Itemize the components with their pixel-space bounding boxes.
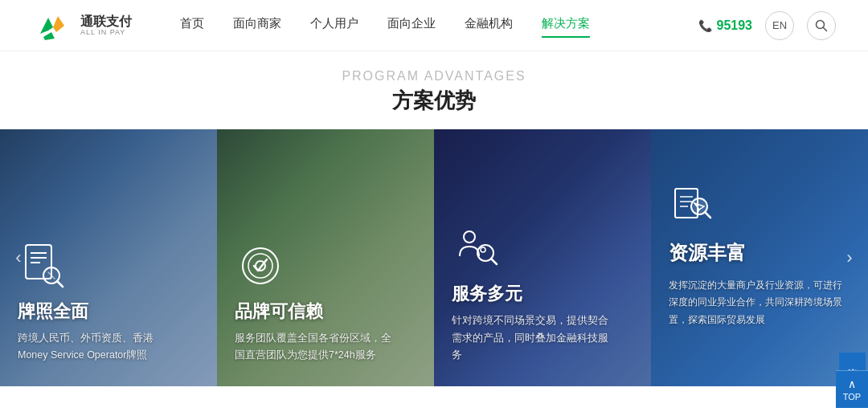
svg-marker-1 <box>53 16 64 32</box>
svg-line-5 <box>824 27 827 31</box>
logo-icon: 通联支付 <box>32 10 74 42</box>
phone-icon: 📞 <box>698 19 712 32</box>
card-3[interactable]: 服务多元 针对跨境不同场景交易，提供契合需求的产品，同时叠加金融科技服务 <box>434 129 651 386</box>
nav-personal[interactable]: 个人用户 <box>310 16 358 35</box>
svg-point-16 <box>464 231 475 243</box>
nav-finance[interactable]: 金融机构 <box>465 16 513 35</box>
section-title-zh: 方案优势 <box>0 87 868 115</box>
nav-merchant[interactable]: 面向商家 <box>233 16 281 35</box>
card-2[interactable]: 品牌可信赖 服务团队覆盖全国各省份区域，全国直营团队为您提供7*24h服务 <box>217 129 434 386</box>
svg-point-19 <box>481 247 485 252</box>
svg-marker-2 <box>43 32 55 40</box>
nav-solutions[interactable]: 解决方案 <box>542 16 590 35</box>
card-1-desc: 跨境人民币、外币资质、香港Money Service Operator牌照 <box>18 330 178 365</box>
svg-line-18 <box>491 259 497 264</box>
main-nav: 首页 面向商家 个人用户 面向企业 金融机构 解决方案 <box>180 16 698 35</box>
section-title-en: PROGRAM ADVANTAGES <box>0 69 868 84</box>
doc-plane-icon <box>669 181 720 232</box>
card-1-content: 牌照全面 跨境人民币、外币资质、香港Money Service Operator… <box>0 129 217 386</box>
top-arrow-icon: ∧ <box>848 377 856 390</box>
card-4-content: 资源丰富 发挥沉淀的大量商户及行业资源，可进行深度的同业异业合作，共同深耕跨境场… <box>651 129 868 386</box>
prev-arrow[interactable]: ‹ <box>6 238 31 278</box>
card-2-title: 品牌可信赖 <box>235 300 323 324</box>
header: 通联支付 通联支付 ALL IN PAY 首页 面向商家 个人用户 面向企业 金… <box>0 0 868 51</box>
card-4[interactable]: 资源丰富 发挥沉淀的大量商户及行业资源，可进行深度的同业异业合作，共同深耕跨境场… <box>651 129 868 386</box>
float-buttons: 咨询 ∧ TOP <box>836 353 868 408</box>
top-label: TOP <box>843 392 861 402</box>
section-title-area: PROGRAM ADVANTAGES 方案优势 <box>0 51 868 129</box>
logo-name-en: ALL IN PAY <box>80 28 132 36</box>
card-1-title: 牌照全面 <box>18 300 88 324</box>
prev-arrow-icon: ‹ <box>15 247 21 268</box>
consult-button[interactable]: 咨询 <box>839 353 866 370</box>
lang-switch-button[interactable]: EN <box>765 11 794 40</box>
people-search-icon <box>452 222 503 274</box>
phone-number[interactable]: 📞 95193 <box>698 18 753 33</box>
card-4-title: 资源丰富 <box>669 240 746 266</box>
svg-point-14 <box>248 254 272 278</box>
nav-enterprise[interactable]: 面向企业 <box>387 16 436 35</box>
header-right: 📞 95193 EN <box>698 11 837 40</box>
card-4-desc: 发挥沉淀的大量商户及行业资源，可进行深度的同业异业合作，共同深耕跨境场景置，探索… <box>669 277 845 329</box>
svg-marker-0 <box>40 18 53 34</box>
card-2-desc: 服务团队覆盖全国各省份区域，全国直营团队为您提供7*24h服务 <box>235 330 395 365</box>
back-to-top-button[interactable]: ∧ TOP <box>836 370 868 408</box>
card-1[interactable]: 牌照全面 跨境人民币、外币资质、香港Money Service Operator… <box>0 129 217 386</box>
logo-name-zh: 通联支付 <box>80 14 132 29</box>
search-button[interactable] <box>807 11 836 40</box>
card-3-content: 服务多元 针对跨境不同场景交易，提供契合需求的产品，同时叠加金融科技服务 <box>434 129 651 386</box>
nav-home[interactable]: 首页 <box>180 16 204 35</box>
logo-text-area: 通联支付 ALL IN PAY <box>80 14 132 37</box>
logo[interactable]: 通联支付 通联支付 ALL IN PAY <box>32 10 132 42</box>
verified-icon <box>235 240 286 292</box>
card-3-title: 服务多元 <box>452 282 522 306</box>
next-arrow[interactable]: › <box>837 238 862 278</box>
svg-line-11 <box>57 281 63 287</box>
svg-line-25 <box>705 212 710 218</box>
card-2-content: 品牌可信赖 服务团队覆盖全国各省份区域，全国直营团队为您提供7*24h服务 <box>217 129 434 386</box>
card-3-desc: 针对跨境不同场景交易，提供契合需求的产品，同时叠加金融科技服务 <box>452 312 612 364</box>
phone-text: 95193 <box>717 18 753 33</box>
cards-container: ‹ 牌照全面 跨境人民币、外币资质、香港Money Service Operat… <box>0 129 868 386</box>
search-icon <box>815 19 828 32</box>
next-arrow-icon: › <box>846 247 852 268</box>
